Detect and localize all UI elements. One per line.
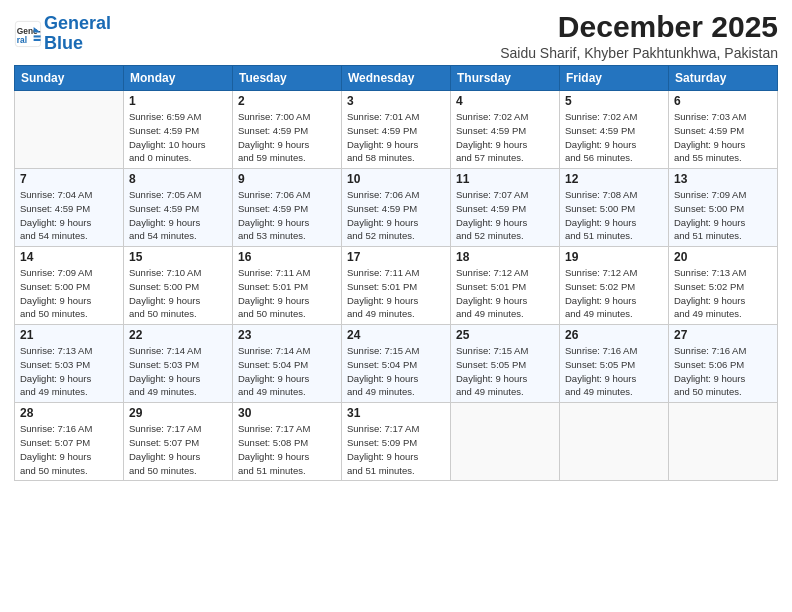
day-info: Sunrise: 7:02 AM Sunset: 4:59 PM Dayligh… [456,110,554,165]
day-number: 19 [565,250,663,264]
calendar-cell: 22Sunrise: 7:14 AM Sunset: 5:03 PM Dayli… [124,325,233,403]
day-info: Sunrise: 7:17 AM Sunset: 5:08 PM Dayligh… [238,422,336,477]
day-info: Sunrise: 7:06 AM Sunset: 4:59 PM Dayligh… [347,188,445,243]
calendar-table: SundayMondayTuesdayWednesdayThursdayFrid… [14,65,778,481]
day-number: 9 [238,172,336,186]
day-number: 5 [565,94,663,108]
weekday-header: Monday [124,66,233,91]
day-number: 16 [238,250,336,264]
day-number: 1 [129,94,227,108]
weekday-header: Thursday [451,66,560,91]
day-number: 18 [456,250,554,264]
day-number: 15 [129,250,227,264]
calendar-cell: 24Sunrise: 7:15 AM Sunset: 5:04 PM Dayli… [342,325,451,403]
calendar-cell [451,403,560,481]
calendar-cell: 12Sunrise: 7:08 AM Sunset: 5:00 PM Dayli… [560,169,669,247]
calendar-cell: 20Sunrise: 7:13 AM Sunset: 5:02 PM Dayli… [669,247,778,325]
day-number: 26 [565,328,663,342]
day-number: 10 [347,172,445,186]
day-info: Sunrise: 7:16 AM Sunset: 5:05 PM Dayligh… [565,344,663,399]
day-number: 31 [347,406,445,420]
calendar-cell [15,91,124,169]
day-info: Sunrise: 7:17 AM Sunset: 5:07 PM Dayligh… [129,422,227,477]
calendar-cell: 2Sunrise: 7:00 AM Sunset: 4:59 PM Daylig… [233,91,342,169]
day-number: 20 [674,250,772,264]
calendar-cell: 8Sunrise: 7:05 AM Sunset: 4:59 PM Daylig… [124,169,233,247]
weekday-header: Tuesday [233,66,342,91]
day-number: 12 [565,172,663,186]
day-number: 28 [20,406,118,420]
day-info: Sunrise: 7:15 AM Sunset: 5:04 PM Dayligh… [347,344,445,399]
day-number: 24 [347,328,445,342]
day-number: 27 [674,328,772,342]
logo-line2: Blue [44,33,83,53]
calendar-cell: 19Sunrise: 7:12 AM Sunset: 5:02 PM Dayli… [560,247,669,325]
day-info: Sunrise: 6:59 AM Sunset: 4:59 PM Dayligh… [129,110,227,165]
day-info: Sunrise: 7:09 AM Sunset: 5:00 PM Dayligh… [674,188,772,243]
calendar-cell: 9Sunrise: 7:06 AM Sunset: 4:59 PM Daylig… [233,169,342,247]
day-number: 4 [456,94,554,108]
day-info: Sunrise: 7:16 AM Sunset: 5:07 PM Dayligh… [20,422,118,477]
logo: Gene- ral General Blue [14,14,111,54]
calendar-cell: 17Sunrise: 7:11 AM Sunset: 5:01 PM Dayli… [342,247,451,325]
day-number: 2 [238,94,336,108]
page: Gene- ral General Blue December 2025 Sai… [0,0,792,612]
weekday-header: Sunday [15,66,124,91]
day-info: Sunrise: 7:17 AM Sunset: 5:09 PM Dayligh… [347,422,445,477]
day-number: 22 [129,328,227,342]
day-number: 13 [674,172,772,186]
day-info: Sunrise: 7:14 AM Sunset: 5:03 PM Dayligh… [129,344,227,399]
day-info: Sunrise: 7:16 AM Sunset: 5:06 PM Dayligh… [674,344,772,399]
weekday-header: Friday [560,66,669,91]
calendar-week-row: 28Sunrise: 7:16 AM Sunset: 5:07 PM Dayli… [15,403,778,481]
day-number: 7 [20,172,118,186]
calendar-cell: 13Sunrise: 7:09 AM Sunset: 5:00 PM Dayli… [669,169,778,247]
day-info: Sunrise: 7:02 AM Sunset: 4:59 PM Dayligh… [565,110,663,165]
calendar-cell: 3Sunrise: 7:01 AM Sunset: 4:59 PM Daylig… [342,91,451,169]
day-number: 23 [238,328,336,342]
day-info: Sunrise: 7:11 AM Sunset: 5:01 PM Dayligh… [347,266,445,321]
calendar-cell: 29Sunrise: 7:17 AM Sunset: 5:07 PM Dayli… [124,403,233,481]
day-info: Sunrise: 7:00 AM Sunset: 4:59 PM Dayligh… [238,110,336,165]
day-number: 14 [20,250,118,264]
day-number: 11 [456,172,554,186]
calendar-week-row: 21Sunrise: 7:13 AM Sunset: 5:03 PM Dayli… [15,325,778,403]
day-info: Sunrise: 7:09 AM Sunset: 5:00 PM Dayligh… [20,266,118,321]
subtitle: Saidu Sharif, Khyber Pakhtunkhwa, Pakist… [500,45,778,61]
day-number: 8 [129,172,227,186]
day-info: Sunrise: 7:05 AM Sunset: 4:59 PM Dayligh… [129,188,227,243]
day-number: 21 [20,328,118,342]
calendar-cell: 27Sunrise: 7:16 AM Sunset: 5:06 PM Dayli… [669,325,778,403]
svg-text:ral: ral [17,35,27,45]
day-info: Sunrise: 7:13 AM Sunset: 5:02 PM Dayligh… [674,266,772,321]
calendar-cell: 10Sunrise: 7:06 AM Sunset: 4:59 PM Dayli… [342,169,451,247]
calendar-cell [669,403,778,481]
day-info: Sunrise: 7:01 AM Sunset: 4:59 PM Dayligh… [347,110,445,165]
weekday-header: Saturday [669,66,778,91]
day-info: Sunrise: 7:15 AM Sunset: 5:05 PM Dayligh… [456,344,554,399]
calendar-cell: 26Sunrise: 7:16 AM Sunset: 5:05 PM Dayli… [560,325,669,403]
calendar-cell: 21Sunrise: 7:13 AM Sunset: 5:03 PM Dayli… [15,325,124,403]
day-number: 29 [129,406,227,420]
logo-line1: General [44,13,111,33]
calendar-cell: 15Sunrise: 7:10 AM Sunset: 5:00 PM Dayli… [124,247,233,325]
day-info: Sunrise: 7:08 AM Sunset: 5:00 PM Dayligh… [565,188,663,243]
calendar-week-row: 7Sunrise: 7:04 AM Sunset: 4:59 PM Daylig… [15,169,778,247]
calendar-cell: 6Sunrise: 7:03 AM Sunset: 4:59 PM Daylig… [669,91,778,169]
calendar-cell: 31Sunrise: 7:17 AM Sunset: 5:09 PM Dayli… [342,403,451,481]
day-info: Sunrise: 7:04 AM Sunset: 4:59 PM Dayligh… [20,188,118,243]
calendar-cell: 28Sunrise: 7:16 AM Sunset: 5:07 PM Dayli… [15,403,124,481]
day-info: Sunrise: 7:06 AM Sunset: 4:59 PM Dayligh… [238,188,336,243]
day-info: Sunrise: 7:13 AM Sunset: 5:03 PM Dayligh… [20,344,118,399]
calendar-cell: 25Sunrise: 7:15 AM Sunset: 5:05 PM Dayli… [451,325,560,403]
svg-rect-4 [34,35,41,37]
day-info: Sunrise: 7:11 AM Sunset: 5:01 PM Dayligh… [238,266,336,321]
calendar-week-row: 14Sunrise: 7:09 AM Sunset: 5:00 PM Dayli… [15,247,778,325]
calendar-cell: 18Sunrise: 7:12 AM Sunset: 5:01 PM Dayli… [451,247,560,325]
weekday-header: Wednesday [342,66,451,91]
day-info: Sunrise: 7:10 AM Sunset: 5:00 PM Dayligh… [129,266,227,321]
header: Gene- ral General Blue December 2025 Sai… [14,10,778,61]
svg-rect-5 [34,39,41,41]
calendar-cell: 1Sunrise: 6:59 AM Sunset: 4:59 PM Daylig… [124,91,233,169]
calendar-cell: 7Sunrise: 7:04 AM Sunset: 4:59 PM Daylig… [15,169,124,247]
